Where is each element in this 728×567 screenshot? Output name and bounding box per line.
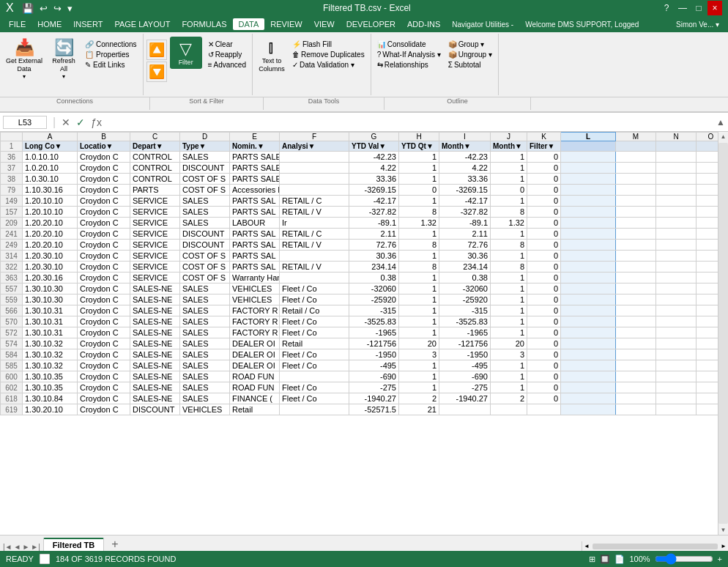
cell-209-G[interactable]: -89.1: [349, 218, 399, 229]
col-header-F[interactable]: F: [280, 133, 349, 141]
cell-572-F[interactable]: Fleet / Co: [280, 327, 349, 338]
cell-79-K[interactable]: 0: [527, 185, 561, 196]
cell-619-J[interactable]: [491, 404, 527, 415]
cell-584-B[interactable]: Croydon C: [78, 349, 130, 360]
cell-602-K[interactable]: 0: [527, 382, 561, 393]
cell-574-J[interactable]: 20: [491, 338, 527, 349]
cell-79-I[interactable]: -3269.15: [439, 185, 491, 196]
cell-38-C[interactable]: CONTROL: [130, 174, 180, 185]
cell-559-G[interactable]: -25920: [349, 294, 399, 305]
horizontal-scroll-track[interactable]: [593, 544, 718, 549]
cell-363-I[interactable]: 0.38: [439, 273, 491, 284]
cell-585-A[interactable]: 1.30.10.32: [23, 360, 78, 371]
cell-585-B[interactable]: Croydon C: [78, 360, 130, 371]
cell-600-A[interactable]: 1.30.10.35: [23, 371, 78, 382]
cell-557-C[interactable]: SALES-NE: [130, 284, 180, 294]
cell-314-C[interactable]: SERVICE: [130, 251, 180, 262]
cell-157-K[interactable]: 0: [527, 207, 561, 218]
add-sheet-button[interactable]: +: [107, 538, 122, 551]
cell-559-B[interactable]: Croydon C: [78, 294, 130, 305]
cell-322-O[interactable]: [697, 262, 718, 273]
cell-38-D[interactable]: COST OF S: [180, 174, 230, 185]
cell-574-N[interactable]: [656, 338, 697, 349]
scroll-thumb[interactable]: [718, 143, 728, 524]
cell-79-L[interactable]: [561, 185, 616, 196]
cell-584-K[interactable]: 0: [527, 349, 561, 360]
sort-za-button[interactable]: 🔽: [146, 62, 167, 82]
cell-314-H[interactable]: 1: [399, 251, 439, 262]
cell-149-E[interactable]: PARTS SAL: [230, 196, 280, 207]
header-cell-I[interactable]: Month▼: [439, 141, 491, 152]
cell-572-K[interactable]: 0: [527, 327, 561, 338]
menu-file[interactable]: FILE: [3, 18, 31, 30]
cell-618-M[interactable]: [616, 393, 656, 404]
cell-600-J[interactable]: 1: [491, 371, 527, 382]
cell-557-D[interactable]: SALES: [180, 284, 230, 294]
col-header-L[interactable]: L: [561, 133, 616, 141]
cell-209-J[interactable]: 1.32: [491, 218, 527, 229]
cell-36-I[interactable]: -42.23: [439, 152, 491, 163]
expand-formula-bar-icon[interactable]: ▲: [716, 117, 725, 127]
cell-157-A[interactable]: 1.20.10.10: [23, 207, 78, 218]
cell-570-C[interactable]: SALES-NE: [130, 316, 180, 327]
cell-559-I[interactable]: -25920: [439, 294, 491, 305]
cell-584-H[interactable]: 3: [399, 349, 439, 360]
cell-572-A[interactable]: 1.30.10.31: [23, 327, 78, 338]
cell-584-D[interactable]: SALES: [180, 349, 230, 360]
cell-566-A[interactable]: 1.30.10.31: [23, 305, 78, 316]
cell-557-I[interactable]: -32060: [439, 284, 491, 294]
cell-557-E[interactable]: VEHICLES: [230, 284, 280, 294]
cell-314-N[interactable]: [656, 251, 697, 262]
scroll-right-button[interactable]: ►: [719, 541, 728, 551]
cell-585-K[interactable]: 0: [527, 360, 561, 371]
cell-570-I[interactable]: -3525.83: [439, 316, 491, 327]
cell-157-N[interactable]: [656, 207, 697, 218]
cell-619-H[interactable]: 21: [399, 404, 439, 415]
cell-602-L[interactable]: [561, 382, 616, 393]
cell-363-J[interactable]: 1: [491, 273, 527, 284]
header-cell-D[interactable]: Type▼: [180, 141, 230, 152]
cell-314-M[interactable]: [616, 251, 656, 262]
cell-149-K[interactable]: 0: [527, 196, 561, 207]
cell-249-C[interactable]: SERVICE: [130, 240, 180, 251]
header-cell-L[interactable]: [561, 141, 616, 152]
cell-600-N[interactable]: [656, 371, 697, 382]
menu-welcome[interactable]: Welcome DMS SUPPORT, Logged: [519, 19, 645, 30]
cell-79-M[interactable]: [616, 185, 656, 196]
cell-157-H[interactable]: 8: [399, 207, 439, 218]
cell-559-L[interactable]: [561, 294, 616, 305]
cell-619-A[interactable]: 1.30.20.10: [23, 404, 78, 415]
cell-600-H[interactable]: 1: [399, 371, 439, 382]
cell-600-M[interactable]: [616, 371, 656, 382]
cell-363-O[interactable]: [697, 273, 718, 284]
cell-619-C[interactable]: DISCOUNT: [130, 404, 180, 415]
cell-572-H[interactable]: 1: [399, 327, 439, 338]
cell-38-I[interactable]: 33.36: [439, 174, 491, 185]
cell-602-E[interactable]: ROAD FUN: [230, 382, 280, 393]
cell-619-L[interactable]: [561, 404, 616, 415]
cell-557-F[interactable]: Fleet / Co: [280, 284, 349, 294]
cell-570-H[interactable]: 1: [399, 316, 439, 327]
cell-572-I[interactable]: -1965: [439, 327, 491, 338]
cell-557-K[interactable]: 0: [527, 284, 561, 294]
cell-314-E[interactable]: PARTS SAL: [230, 251, 280, 262]
cell-618-C[interactable]: SALES-NE: [130, 393, 180, 404]
menu-developer[interactable]: DEVELOPER: [341, 18, 401, 30]
cell-570-M[interactable]: [616, 316, 656, 327]
cell-149-B[interactable]: Croydon C: [78, 196, 130, 207]
cell-570-N[interactable]: [656, 316, 697, 327]
cell-559-C[interactable]: SALES-NE: [130, 294, 180, 305]
formula-input[interactable]: [105, 116, 713, 128]
cell-79-J[interactable]: 0: [491, 185, 527, 196]
sheet-tab-filtered-tb[interactable]: Filtered TB: [43, 538, 104, 551]
cell-619-I[interactable]: [439, 404, 491, 415]
cell-209-L[interactable]: [561, 218, 616, 229]
cell-585-H[interactable]: 1: [399, 360, 439, 371]
cell-602-G[interactable]: -275: [349, 382, 399, 393]
cell-566-F[interactable]: Retail / Co: [280, 305, 349, 316]
col-header-I[interactable]: I: [439, 133, 491, 141]
cell-572-D[interactable]: SALES: [180, 327, 230, 338]
cell-602-I[interactable]: -275: [439, 382, 491, 393]
cell-585-I[interactable]: -495: [439, 360, 491, 371]
cell-249-D[interactable]: DISCOUNT: [180, 240, 230, 251]
